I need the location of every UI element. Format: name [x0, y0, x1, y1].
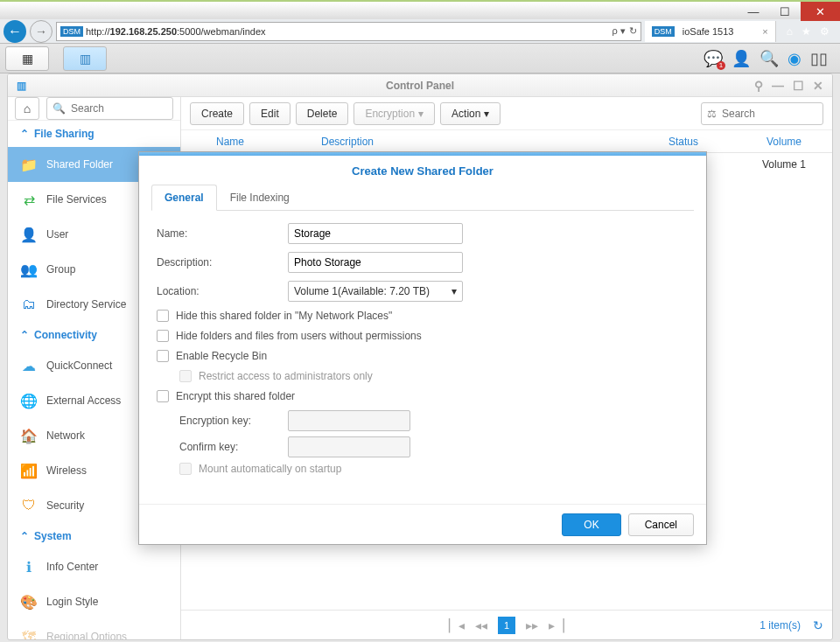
pager-prev-icon[interactable]: ◂◂ [475, 618, 487, 632]
checkbox-disabled [179, 463, 192, 475]
col-header-volume[interactable]: Volume [745, 136, 823, 148]
modal-title: Create New Shared Folder [139, 156, 706, 185]
checkbox[interactable] [157, 350, 169, 362]
ok-button[interactable]: OK [562, 513, 620, 536]
window-titlebar: ― ☐ ✕ [0, 0, 840, 19]
recycle-checkbox-row[interactable]: Enable Recycle Bin [157, 350, 689, 362]
user-icon[interactable]: 👤 [732, 49, 751, 68]
location-select[interactable]: Volume 1(Available: 7.20 TB) ▾ [288, 281, 463, 302]
cp-titlebar: ▥ Control Panel ⚲ ― ☐ ✕ [8, 74, 832, 97]
description-input[interactable] [288, 252, 463, 273]
encryption-key-input [288, 410, 410, 431]
sidebar-item-regional-options[interactable]: 🗺Regional Options [8, 619, 180, 640]
dsm-window-button[interactable]: ▥ [63, 46, 107, 71]
chevron-up-icon: ⌃ [20, 128, 29, 140]
tab-title: ioSafe 1513 [682, 26, 734, 37]
encryption-key-label: Encryption key: [179, 415, 288, 427]
layout-icon[interactable]: ▯▯ [810, 49, 828, 68]
sidebar-search[interactable]: 🔍 [46, 97, 173, 120]
search-dropdown-icon[interactable]: ρ ▾ [612, 25, 625, 37]
cp-close-icon[interactable]: ✕ [813, 79, 823, 93]
encryption-button[interactable]: Encryption ▾ [354, 102, 435, 125]
nav-forward-button[interactable]: → [30, 20, 52, 43]
tab-close-icon[interactable]: × [762, 26, 767, 37]
pager-current[interactable]: 1 [498, 617, 515, 634]
notif-badge: 1 [717, 61, 725, 70]
col-header-name[interactable]: Name [216, 136, 321, 148]
search-icon[interactable]: 🔍 [760, 49, 779, 68]
pager-last-icon[interactable]: ▸▕ [549, 618, 564, 632]
sidebar-search-input[interactable] [71, 102, 167, 115]
window-close-button[interactable]: ✕ [801, 2, 840, 21]
recycle-admin-checkbox-row: Restrict access to administrators only [179, 370, 689, 382]
cancel-button[interactable]: Cancel [628, 513, 694, 536]
modal-tabs: General File Indexing [151, 185, 694, 211]
pager: ▏◂ ◂◂ 1 ▸▸ ▸▕ 1 item(s) ↻ [181, 610, 832, 639]
messages-icon[interactable]: 💬1 [704, 49, 723, 68]
apps-grid-button[interactable]: ▦ [5, 46, 49, 71]
group-icon: 👥 [20, 261, 38, 278]
sidebar-group-file-sharing[interactable]: ⌃File Sharing [8, 121, 180, 147]
sidebar-item-login-style[interactable]: 🎨Login Style [8, 584, 180, 619]
palette-icon: 🎨 [20, 593, 38, 611]
create-shared-folder-modal: Create New Shared Folder General File In… [138, 151, 707, 545]
network-icon: 🏠 [20, 427, 38, 444]
cp-pin-icon[interactable]: ⚲ [754, 79, 763, 93]
file-services-icon: ⇄ [20, 191, 38, 208]
widgets-icon[interactable]: ◉ [788, 49, 802, 68]
name-label: Name: [157, 227, 288, 240]
address-bar[interactable]: DSM http://192.168.25.250:5000/webman/in… [56, 22, 641, 41]
nav-back-button[interactable]: ← [4, 20, 26, 43]
checkbox[interactable] [157, 390, 169, 402]
cell-volume: Volume 1 [745, 158, 823, 171]
col-header-status[interactable]: Status [622, 136, 745, 148]
main-search[interactable]: ⚖ [701, 102, 823, 125]
directory-icon: 🗂 [20, 296, 38, 313]
hide-perms-checkbox-row[interactable]: Hide folders and files from users withou… [157, 330, 689, 342]
checkbox[interactable] [157, 310, 169, 322]
pager-first-icon[interactable]: ▏◂ [449, 618, 465, 632]
browser-tab[interactable]: DSM ioSafe 1513 × [645, 21, 776, 42]
hide-network-checkbox-row[interactable]: Hide this shared folder in "My Network P… [157, 310, 689, 322]
sidebar-item-info-center[interactable]: ℹInfo Center [8, 549, 180, 584]
shared-folder-icon: 📁 [20, 156, 38, 173]
pager-next-icon[interactable]: ▸▸ [526, 618, 538, 632]
tools-icon[interactable]: ⚙ [820, 25, 830, 38]
window-minimize-button[interactable]: ― [738, 2, 769, 21]
refresh-icon[interactable]: ↻ [629, 25, 637, 37]
main-search-input[interactable] [722, 108, 817, 120]
chevron-up-icon: ⌃ [20, 329, 29, 341]
tab-file-indexing[interactable]: File Indexing [217, 185, 303, 211]
info-icon: ℹ [20, 558, 38, 576]
location-label: Location: [157, 285, 288, 297]
regional-icon: 🗺 [20, 628, 38, 640]
encrypt-checkbox-row[interactable]: Encrypt this shared folder [157, 390, 689, 402]
confirm-key-label: Confirm key: [179, 441, 288, 453]
edit-button[interactable]: Edit [249, 102, 290, 125]
search-icon: 🔍 [52, 102, 66, 115]
window-maximize-button[interactable]: ☐ [769, 2, 801, 21]
col-header-description[interactable]: Description [321, 136, 622, 148]
action-button[interactable]: Action ▾ [440, 102, 500, 125]
description-label: Description: [157, 256, 288, 269]
filter-icon: ⚖ [707, 108, 717, 120]
checkbox[interactable] [157, 330, 169, 342]
cp-home-button[interactable]: ⌂ [15, 97, 39, 120]
name-input[interactable] [288, 223, 463, 244]
wireless-icon: 📶 [20, 462, 38, 479]
tab-general[interactable]: General [151, 185, 217, 211]
pager-refresh-icon[interactable]: ↻ [813, 618, 823, 632]
table-header: Name Description Status Volume [181, 130, 832, 153]
chevron-down-icon: ▾ [484, 108, 489, 120]
mount-auto-checkbox-row: Mount automatically on startup [179, 463, 689, 475]
cp-title: Control Panel [386, 80, 454, 92]
addr-ip: 192.168.25.250 [110, 26, 177, 37]
delete-button[interactable]: Delete [296, 102, 349, 125]
favorites-icon[interactable]: ★ [802, 25, 811, 38]
cp-maximize-icon[interactable]: ☐ [793, 79, 804, 93]
site-badge-icon: DSM [60, 26, 83, 37]
addr-prefix: http:// [86, 26, 110, 37]
create-button[interactable]: Create [190, 102, 244, 125]
home-icon[interactable]: ⌂ [787, 25, 793, 38]
cp-minimize-icon[interactable]: ― [772, 79, 784, 93]
